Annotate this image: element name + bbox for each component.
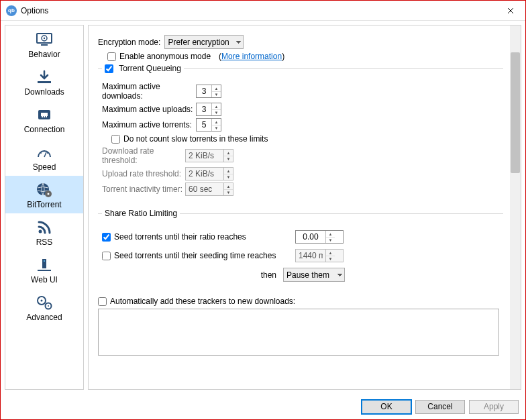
monitor-gear-icon [35, 31, 54, 48]
sidebar-item-label: Advanced [26, 313, 62, 322]
sidebar-item-label: BitTorrent [27, 200, 61, 209]
encryption-mode-label: Encryption mode: [98, 38, 160, 47]
svg-point-12 [47, 152, 48, 154]
then-label: then [102, 270, 283, 280]
inactivity-label: Torrent inactivity timer: [102, 185, 185, 194]
sidebar-item-behavior[interactable]: Behavior [5, 25, 83, 63]
max-downloads-spin[interactable]: ▲▼ [196, 85, 221, 98]
window-title: Options [21, 6, 495, 15]
seed-time-spin: ▲▼ [295, 249, 344, 262]
close-button[interactable] [495, 1, 525, 20]
scroll-area: Encryption mode: Prefer encryption Enabl… [89, 25, 510, 389]
apply-button[interactable]: Apply [469, 400, 519, 414]
spin-arrows[interactable]: ▲▼ [211, 103, 221, 115]
sidebar-item-label: Speed [33, 162, 56, 172]
max-torrents-spin[interactable]: ▲▼ [196, 118, 221, 132]
spin-arrows[interactable]: ▲▼ [325, 231, 335, 243]
auto-trackers-row: Automatically add these trackers to new … [98, 297, 503, 306]
anon-mode-checkbox[interactable] [107, 52, 116, 61]
sidebar-item-label: Behavior [28, 50, 60, 59]
globe-gear-icon [36, 181, 53, 199]
sidebar-item-downloads[interactable]: Downloads [5, 63, 83, 101]
close-icon [507, 7, 514, 14]
vertical-scrollbar[interactable] [510, 25, 521, 389]
svg-point-23 [48, 305, 49, 307]
sidebar: Behavior Downloads Connection Speed [5, 25, 84, 390]
inactivity-row: Torrent inactivity timer: ▲▼ [102, 182, 499, 196]
anon-mode-label: Enable anonymous mode [119, 52, 211, 61]
then-action-row: then Pause them [102, 268, 499, 282]
sidebar-item-connection[interactable]: Connection [5, 101, 83, 138]
download-icon [36, 68, 53, 86]
sidebar-item-label: Web UI [31, 275, 58, 284]
spin-arrows[interactable]: ▲▼ [211, 85, 221, 97]
gears-icon [35, 294, 54, 311]
max-uploads-label: Maximum active uploads: [102, 105, 196, 114]
sidebar-item-bittorrent[interactable]: BitTorrent [5, 176, 83, 213]
cancel-button[interactable]: Cancel [415, 400, 465, 414]
options-window: qb Options Behavior Downloads [0, 0, 526, 420]
sidebar-item-speed[interactable]: Speed [5, 138, 83, 176]
max-torrents-row: Maximum active torrents: ▲▼ [102, 118, 499, 132]
up-threshold-row: Upload rate threshold: ▲▼ [102, 167, 499, 180]
spin-arrows[interactable]: ▲▼ [211, 119, 221, 131]
trackers-textarea[interactable] [98, 309, 499, 356]
svg-point-15 [48, 193, 50, 195]
slow-torrents-checkbox[interactable] [111, 135, 120, 144]
svg-point-21 [41, 300, 43, 302]
dl-threshold-spin: ▲▼ [185, 149, 233, 162]
svg-rect-7 [42, 116, 43, 117]
svg-point-10 [40, 152, 42, 154]
up-threshold-spin: ▲▼ [185, 167, 233, 180]
more-info-link[interactable]: More information [221, 52, 282, 61]
sidebar-item-label: RSS [36, 238, 53, 247]
spin-arrows: ▲▼ [223, 168, 233, 180]
svg-rect-6 [41, 113, 48, 116]
auto-trackers-label: Automatically add these trackers to new … [110, 297, 295, 306]
svg-rect-9 [46, 116, 47, 117]
ethernet-icon [36, 106, 53, 123]
sidebar-item-webui[interactable]: Web UI [5, 251, 83, 288]
gauge-icon [35, 144, 54, 161]
dl-threshold-label: Download rate threshold: [102, 146, 185, 165]
encryption-mode-select[interactable]: Prefer encryption [164, 35, 244, 49]
seed-ratio-checkbox[interactable] [102, 233, 111, 242]
svg-rect-8 [44, 116, 45, 117]
svg-point-11 [44, 150, 45, 152]
max-downloads-label: Maximum active downloads: [102, 82, 196, 101]
dl-threshold-row: Download rate threshold: ▲▼ [102, 146, 499, 165]
seed-time-checkbox[interactable] [102, 252, 111, 260]
max-torrents-label: Maximum active torrents: [102, 120, 196, 129]
sidebar-item-label: Downloads [24, 87, 64, 97]
seed-ratio-label: Seed torrents until their ratio reaches [114, 232, 295, 242]
svg-point-19 [44, 260, 45, 262]
spin-arrows: ▲▼ [223, 183, 233, 195]
app-icon: qb [6, 5, 17, 16]
queueing-legend-label: Torrent Queueing [119, 64, 181, 73]
slow-torrents-row: Do not count slow torrents in these limi… [111, 134, 499, 144]
scrollbar-thumb[interactable] [511, 52, 520, 173]
sidebar-item-advanced[interactable]: Advanced [5, 288, 83, 326]
content-panel: Encryption mode: Prefer encryption Enabl… [88, 25, 521, 390]
auto-trackers-checkbox[interactable] [98, 297, 107, 306]
body: Behavior Downloads Connection Speed [1, 21, 525, 394]
ok-button[interactable]: OK [362, 400, 411, 414]
svg-rect-1 [41, 44, 48, 46]
spin-arrows: ▲▼ [223, 150, 233, 162]
seed-ratio-spin[interactable]: ▲▼ [295, 230, 344, 244]
max-downloads-row: Maximum active downloads: ▲▼ [102, 82, 499, 101]
queueing-fieldset: Torrent Queueing Maximum active download… [98, 64, 503, 202]
share-ratio-fieldset: Share Ratio Limiting Seed torrents until… [98, 209, 503, 288]
titlebar: qb Options [1, 1, 525, 21]
then-action-select[interactable]: Pause them [283, 268, 345, 282]
svg-rect-18 [38, 270, 51, 271]
queueing-checkbox[interactable] [105, 64, 113, 73]
inactivity-spin: ▲▼ [185, 182, 233, 196]
sidebar-item-rss[interactable]: RSS [5, 213, 83, 251]
svg-point-3 [44, 38, 45, 39]
anon-mode-row: Enable anonymous mode (More information) [107, 52, 503, 61]
queueing-legend: Torrent Queueing [102, 64, 184, 73]
max-uploads-spin[interactable]: ▲▼ [196, 103, 221, 116]
seed-ratio-row: Seed torrents until their ratio reaches … [102, 230, 499, 244]
spin-arrows: ▲▼ [325, 250, 335, 262]
